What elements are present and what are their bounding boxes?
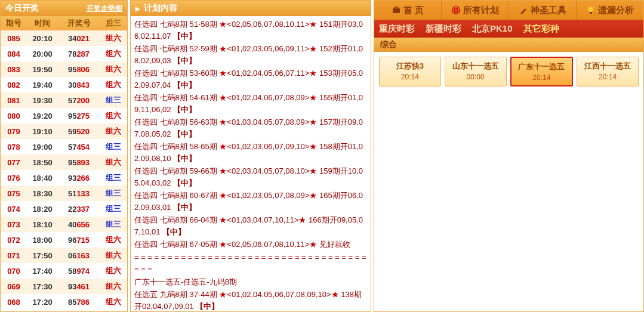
cell-tail: 组六 <box>100 155 127 169</box>
plan-line: 任选四 七码8期 59-66期 ★<02,03,04,05,07,08,10>★… <box>134 165 367 189</box>
draw-table-header: 期号 时间 开奖号 后三 <box>1 16 127 30</box>
lottery-card[interactable]: 江苏快320:14 <box>379 57 441 87</box>
lottery-cards: 江苏快320:14山东十一选五00:00广东十一选五20:14江西十一选五20:… <box>374 52 643 91</box>
cell-issue: 078 <box>1 141 27 153</box>
table-row[interactable]: 07218:0096715组六 <box>1 232 127 248</box>
col-issue: 期号 <box>1 16 27 30</box>
card-name: 江西十一选五 <box>578 61 637 72</box>
plan-line: 任选四 七码8期 66-04期 ★<01,03,04,07,10,11>★ 16… <box>134 214 367 237</box>
table-row[interactable]: 08420:0078287组六 <box>1 46 127 61</box>
plan-line: 任选四 七码8期 56-63期 ★<01,03,04,05,07,08,09>★… <box>134 116 367 140</box>
table-row[interactable]: 07418:2022337组三 <box>1 201 127 217</box>
table-row[interactable]: 07117:5006163组六 <box>1 248 127 263</box>
cell-issue: 075 <box>1 187 27 200</box>
cell-issue: 076 <box>1 172 27 184</box>
cell-time: 19:00 <box>27 141 58 153</box>
mid-title: 计划内容 <box>144 3 177 14</box>
cell-issue: 072 <box>1 234 27 246</box>
cell-number: 78287 <box>58 48 100 60</box>
cell-number: 57200 <box>58 94 100 107</box>
target-icon <box>451 5 461 15</box>
table-row[interactable]: 07718:5095893组六 <box>1 155 127 170</box>
svg-rect-1 <box>395 7 398 9</box>
cell-time: 17:40 <box>27 265 58 277</box>
plan-line: 任选四 七码8期 60-67期 ★<01,02,03,05,07,08,09>★… <box>134 190 367 213</box>
cell-time: 18:30 <box>27 187 58 200</box>
cell-time: 19:10 <box>27 125 58 138</box>
nav-tab-target[interactable]: 所有计划 <box>442 1 509 20</box>
cell-number: 57454 <box>58 141 100 153</box>
lottery-card[interactable]: 山东十一选五00:00 <box>445 57 507 87</box>
cell-issue: 085 <box>1 32 27 45</box>
col-tail: 后三 <box>100 16 127 30</box>
arrow-icon: ▶ <box>135 5 140 12</box>
table-row[interactable]: 07017:4058974组六 <box>1 263 127 279</box>
lottery-tab[interactable]: 重庆时彩 <box>379 23 415 35</box>
mid-panel-header: ▶ 计划内容 <box>131 1 371 16</box>
table-row[interactable]: 06917:3093461组六 <box>1 279 127 294</box>
card-time: 20:14 <box>513 73 571 82</box>
cell-number: 85786 <box>58 296 100 308</box>
plan-line: = = = = = = = = = = = = = = = = = = = = … <box>134 252 367 275</box>
table-row[interactable]: 08219:4030843组六 <box>1 77 127 92</box>
lottery-card[interactable]: 江西十一选五20:14 <box>577 57 639 87</box>
cell-number: 30843 <box>58 79 100 91</box>
cell-time: 19:20 <box>27 110 58 122</box>
today-draw-panel: 今日开奖 开奖走势图 期号 时间 开奖号 后三 08520:1034021组六0… <box>0 0 128 312</box>
plan-line: 广东十一选五-任选五-九码8期 <box>134 276 367 288</box>
cell-time: 17:50 <box>27 249 58 262</box>
cell-time: 19:40 <box>27 79 58 91</box>
table-row[interactable]: 07919:1059520组六 <box>1 123 127 139</box>
table-row[interactable]: 07518:3051133组三 <box>1 186 127 201</box>
table-row[interactable]: 08119:3057200组三 <box>1 92 127 108</box>
lottery-tab[interactable]: 其它彩种 <box>523 23 559 35</box>
cell-issue: 074 <box>1 203 27 215</box>
main-nav: 首 页所有计划神圣工具遗漏分析 <box>374 1 643 20</box>
table-row[interactable]: 06817:2085786组六 <box>1 294 127 310</box>
cell-number: 95893 <box>58 156 100 169</box>
table-row[interactable]: 08319:5095806组六 <box>1 61 127 77</box>
cell-tail: 组六 <box>100 109 127 123</box>
nav-label: 首 页 <box>403 5 424 16</box>
cell-number: 95806 <box>58 63 100 76</box>
cell-issue: 083 <box>1 63 27 76</box>
nav-tab-wand[interactable]: 神圣工具 <box>509 1 577 20</box>
plan-line: 任选四 七码8期 53-60期 ★<01,02,04,05,06,07,11>★… <box>134 67 367 91</box>
table-row[interactable]: 07819:0057454组三 <box>1 139 127 155</box>
cell-number: 93266 <box>58 172 100 184</box>
cell-number: 96715 <box>58 234 100 246</box>
left-title: 今日开奖 <box>5 3 39 14</box>
cell-issue: 079 <box>1 125 27 138</box>
cell-tail: 组六 <box>100 78 127 92</box>
cell-issue: 077 <box>1 156 27 169</box>
lottery-tab[interactable]: 新疆时彩 <box>426 23 461 35</box>
cell-tail: 组六 <box>100 279 127 294</box>
cell-tail: 组三 <box>100 186 127 200</box>
svg-point-5 <box>588 7 593 12</box>
cell-tail: 组六 <box>100 124 127 138</box>
nav-tab-bulb[interactable]: 遗漏分析 <box>577 1 643 20</box>
cell-issue: 081 <box>1 94 27 107</box>
briefcase-icon <box>392 5 401 15</box>
cell-time: 18:40 <box>27 172 58 184</box>
plan-body[interactable]: 任选四 七码8期 51-58期 ★<02,05,06,07,08,10,11>★… <box>131 16 371 311</box>
draw-rows[interactable]: 08520:1034021组六08420:0078287组六08319:5095… <box>1 30 127 311</box>
cell-issue: 069 <box>1 280 27 293</box>
trend-chart-link[interactable]: 开奖走势图 <box>87 4 122 14</box>
cell-tail: 组六 <box>100 295 127 309</box>
plan-content-panel: ▶ 计划内容 任选四 七码8期 51-58期 ★<02,05,06,07,08,… <box>130 0 371 312</box>
table-row[interactable]: 07318:1040656组三 <box>1 217 127 232</box>
table-row[interactable]: 07618:4093266组三 <box>1 170 127 186</box>
nav-tab-briefcase[interactable]: 首 页 <box>374 1 442 20</box>
lottery-card[interactable]: 广东十一选五20:14 <box>510 57 574 87</box>
cell-number: 93461 <box>58 280 100 293</box>
table-row[interactable]: 08520:1034021组六 <box>1 30 127 46</box>
cell-issue: 073 <box>1 218 27 231</box>
lottery-tab[interactable]: 北京PK10 <box>472 23 513 35</box>
cell-time: 18:00 <box>27 234 58 246</box>
nav-label: 遗漏分析 <box>598 5 634 16</box>
table-row[interactable]: 08019:2095275组六 <box>1 108 127 123</box>
cell-tail: 组六 <box>100 31 127 45</box>
cell-issue: 068 <box>1 296 27 308</box>
cell-issue: 080 <box>1 110 27 122</box>
